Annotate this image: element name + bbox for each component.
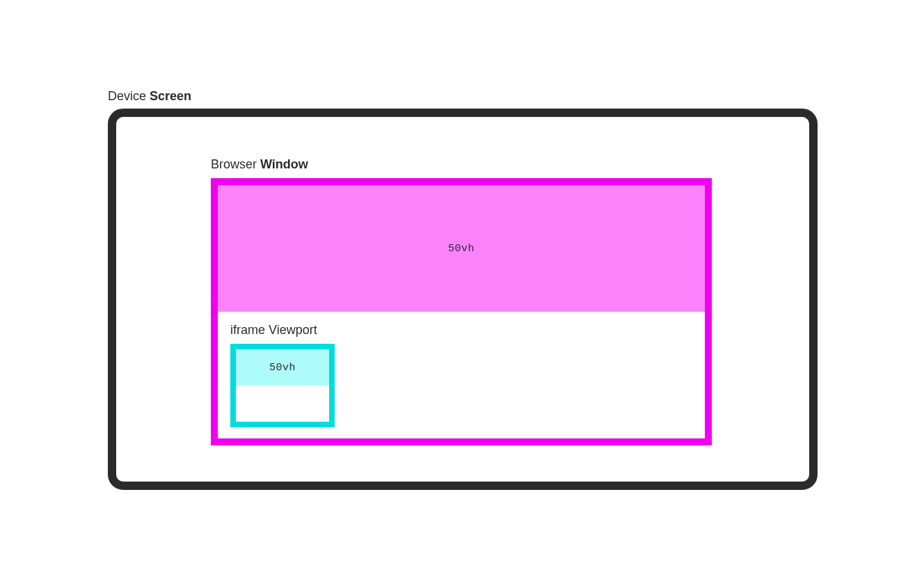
iframe-viewport-label: iframe Viewport — [230, 323, 317, 338]
browser-window-box: 50vh iframe Viewport 50vh — [211, 178, 712, 445]
iframe-viewport-label-bold: Viewport — [269, 323, 317, 337]
browser-window-label-bold: Window — [260, 157, 308, 171]
device-screen-label-bold: Screen — [150, 89, 191, 103]
browser-window-top-half: 50vh — [218, 185, 705, 312]
browser-window-label: Browser Window — [211, 157, 308, 172]
iframe-viewport-vh-text: 50vh — [269, 362, 296, 374]
iframe-viewport-box: 50vh — [230, 344, 335, 427]
browser-window-vh-text: 50vh — [448, 243, 475, 255]
iframe-viewport-top-half: 50vh — [236, 349, 329, 386]
diagram-canvas: Device Screen Browser Window 50vh iframe… — [0, 0, 924, 579]
browser-window-label-prefix: Browser — [211, 157, 260, 171]
iframe-viewport-label-prefix: iframe — [230, 323, 269, 337]
device-screen-label-prefix: Device — [108, 89, 150, 103]
device-screen-label: Device Screen — [108, 89, 191, 104]
